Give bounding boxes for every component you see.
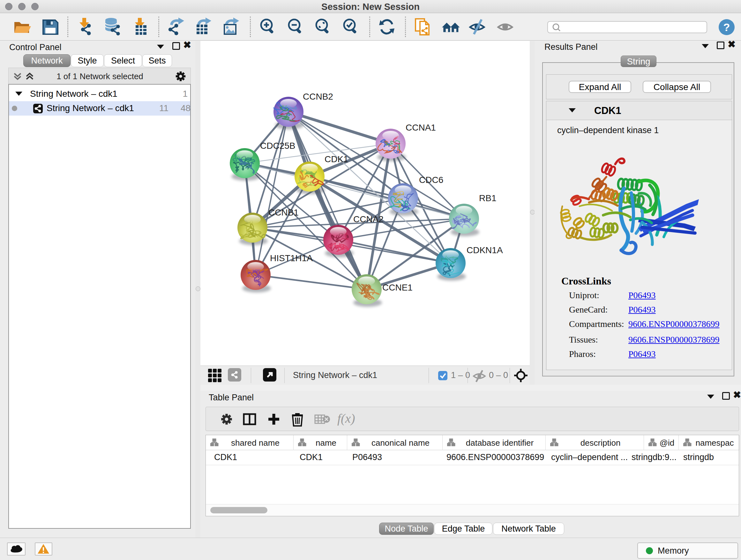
svg-text:CDC6: CDC6 xyxy=(419,175,443,185)
svg-text:CCNE1: CCNE1 xyxy=(382,283,413,293)
svg-text:CCNB2: CCNB2 xyxy=(303,91,333,102)
svg-text:CDKN1A: CDKN1A xyxy=(467,245,503,255)
svg-text:HIST1H1A: HIST1H1A xyxy=(270,253,313,263)
svg-text:RB1: RB1 xyxy=(479,193,496,203)
svg-text:CCNA2: CCNA2 xyxy=(353,214,384,224)
svg-text:CCNA1: CCNA1 xyxy=(406,123,436,132)
svg-text:CCNB1: CCNB1 xyxy=(268,207,299,217)
svg-text:CDK1: CDK1 xyxy=(325,154,348,164)
svg-text:CDC25B: CDC25B xyxy=(260,141,295,151)
